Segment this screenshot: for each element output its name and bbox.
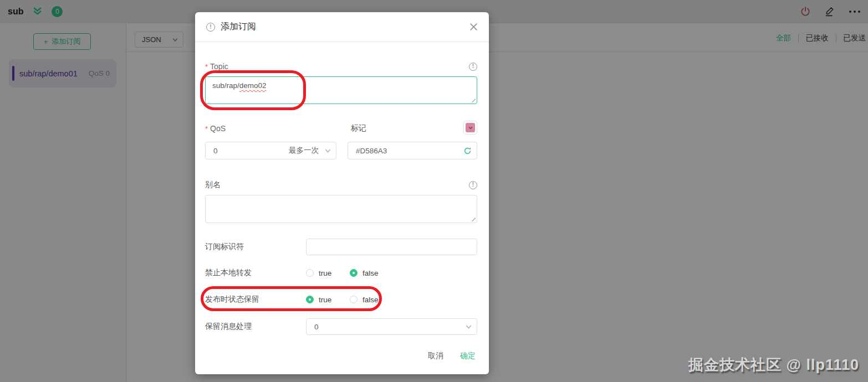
retain-as-published-true-label: true [319,296,331,304]
retain-handling-select[interactable]: 0 [306,318,477,335]
qos-tag-label-row: * QoS 标记 [205,123,477,134]
topic-label-row: * Topic [205,61,477,72]
radio-checked-icon[interactable] [350,269,358,277]
topic-value-prefix: sub/rap/ [212,81,239,90]
subscription-identifier-input[interactable] [306,239,477,255]
color-picker-button[interactable] [463,121,477,135]
topic-info-icon[interactable] [469,63,477,71]
qos-label: QoS [210,124,226,133]
retain-as-published-label: 发布时状态保留 [205,295,259,304]
add-subscription-dialog: 添加订阅 * Topic sub/rap/demo02 * QoS 标记 0 最… [195,12,489,374]
tag-color-value: #D586A3 [356,147,463,155]
qos-description: 最多一次 [289,146,319,156]
color-swatch [466,123,475,132]
alias-info-icon[interactable] [469,181,477,189]
refresh-icon[interactable] [463,147,472,155]
dialog-title: 添加订阅 [221,21,256,33]
no-local-label: 禁止本地转发 [205,268,252,278]
chevron-down-icon [468,125,473,131]
dialog-footer: 取消 确定 [428,351,476,361]
resize-handle-icon[interactable] [470,97,476,102]
qos-value: 0 [213,147,289,155]
retain-as-published-false-label: false [362,296,379,304]
no-local-false-label: false [362,269,379,277]
resize-handle-icon[interactable] [470,216,476,221]
close-icon[interactable] [469,23,478,31]
required-asterisk: * [205,63,208,71]
radio-unchecked-icon[interactable] [350,296,358,303]
topic-value-typo: demo02 [239,81,267,90]
retain-as-published-row: 发布时状态保留 true false [205,294,477,305]
no-local-true-label: true [319,269,331,277]
cancel-button[interactable]: 取消 [428,351,443,361]
info-circle-icon [206,23,215,32]
topic-label: Topic [210,62,228,71]
alias-label: 别名 [205,180,221,190]
no-local-row: 禁止本地转发 true false [205,267,477,278]
confirm-button[interactable]: 确定 [460,351,476,361]
alias-textarea[interactable] [205,195,477,223]
radio-unchecked-icon[interactable] [306,269,314,277]
retain-handling-value: 0 [314,323,465,331]
no-local-false-option[interactable]: false [350,269,379,277]
subscription-identifier-label: 订阅标识符 [205,242,244,252]
radio-checked-icon[interactable] [306,296,314,303]
tag-color-input[interactable]: #D586A3 [348,142,477,159]
chevron-down-icon [465,323,472,331]
no-local-true-option[interactable]: true [306,269,331,277]
chevron-down-icon [324,147,331,154]
alias-label-row: 别名 [205,179,477,190]
tag-label: 标记 [351,123,366,133]
retain-handling-label: 保留消息处理 [205,322,252,332]
retain-handling-row: 保留消息处理 0 [205,318,477,335]
subscription-identifier-row: 订阅标识符 [205,239,477,255]
qos-select[interactable]: 0 最多一次 [205,142,336,159]
retain-as-published-true-option[interactable]: true [306,296,331,304]
retain-as-published-false-option[interactable]: false [350,296,379,304]
required-asterisk: * [205,125,208,133]
dialog-header: 添加订阅 [195,12,489,42]
topic-textarea[interactable]: sub/rap/demo02 [205,76,477,104]
